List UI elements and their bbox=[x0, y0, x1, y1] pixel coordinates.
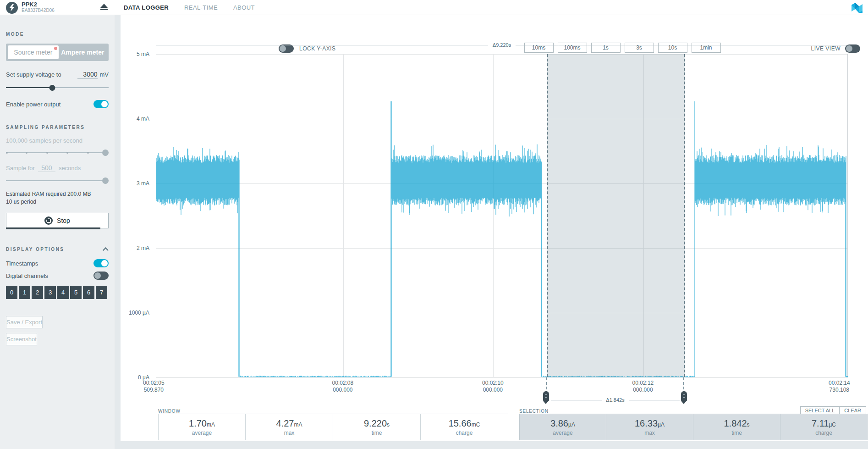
sample-rate-slider bbox=[6, 150, 109, 156]
chart-plot-area[interactable] bbox=[156, 54, 848, 377]
sidebar: MODE Source meter Ampere meter Set suppl… bbox=[0, 15, 115, 449]
enable-power-toggle[interactable] bbox=[93, 100, 109, 108]
display-options-title: DISPLAY OPTIONS bbox=[6, 247, 65, 252]
sample-duration-slider bbox=[6, 177, 109, 184]
digital-channels-label: Digital channels bbox=[6, 272, 48, 279]
supply-voltage-label: Set supply voltage to bbox=[6, 71, 61, 78]
channel-0-button[interactable]: 0 bbox=[6, 286, 17, 299]
chevron-up-icon[interactable] bbox=[103, 247, 109, 253]
selection-stats: 3.86µA average 16.33µA max 1.842s time 7… bbox=[519, 414, 868, 440]
digital-channel-buttons: 0 1 2 3 4 5 6 7 bbox=[6, 286, 109, 299]
current-waveform bbox=[156, 54, 848, 377]
selection-right-handle[interactable] bbox=[681, 391, 687, 404]
save-export-button[interactable]: Save / Export bbox=[6, 316, 43, 328]
select-all-button[interactable]: SELECT ALL bbox=[800, 406, 840, 414]
x-axis-tick-label: 00:02:12000.000 bbox=[632, 380, 654, 394]
screenshot-button[interactable]: Screenshot bbox=[6, 333, 37, 345]
source-meter-warning-dot bbox=[54, 47, 57, 50]
lightning-bolt-icon bbox=[6, 2, 18, 14]
selection-charge-cell: 7.11µC charge bbox=[780, 414, 868, 440]
sample-period-text: 10 us period bbox=[6, 199, 109, 205]
x-axis-tick-label: 00:02:05509.870 bbox=[143, 380, 165, 394]
meter-mode-segmented-control: Source meter Ampere meter bbox=[6, 44, 109, 61]
enable-power-label: Enable power output bbox=[6, 101, 60, 108]
supply-voltage-input[interactable]: 3000 bbox=[77, 71, 98, 79]
app-header: PPK2 EA8337B42D06 DATA LOGGER REAL-TIME … bbox=[0, 0, 868, 15]
y-axis-tick-label: 5 mA bbox=[137, 51, 149, 57]
clear-selection-button[interactable]: CLEAR bbox=[840, 406, 866, 414]
supply-voltage-slider[interactable] bbox=[6, 84, 109, 91]
sample-rate-label: 100,000 samples per second bbox=[6, 137, 109, 144]
selection-delta-label: Δ1.842s bbox=[602, 397, 628, 403]
window-max-cell: 4.27mA max bbox=[246, 414, 333, 440]
nordic-semiconductor-logo bbox=[850, 0, 864, 17]
channel-1-button[interactable]: 1 bbox=[19, 286, 30, 299]
window-time-cell: 9.220s time bbox=[333, 414, 421, 440]
timestamps-toggle[interactable] bbox=[93, 259, 109, 267]
channel-6-button[interactable]: 6 bbox=[83, 286, 94, 299]
digital-channels-toggle[interactable] bbox=[93, 272, 109, 280]
ampere-meter-button[interactable]: Ampere meter bbox=[59, 45, 107, 59]
channel-2-button[interactable]: 2 bbox=[32, 286, 43, 299]
x-axis-tick-label: 00:02:08000.000 bbox=[332, 380, 353, 394]
sampling-progress-bar bbox=[6, 227, 100, 229]
selection-region[interactable] bbox=[547, 54, 685, 377]
y-axis-tick-label: 1000 µA bbox=[129, 310, 149, 316]
window-stats: 1.70mA average 4.27mA max 9.220s time 15… bbox=[158, 414, 508, 440]
sample-seconds-input: 500 bbox=[38, 164, 55, 172]
x-axis-tick-label: 00:02:14730.108 bbox=[829, 380, 850, 394]
selection-stats-title: SELECTION bbox=[519, 409, 549, 414]
timestamps-label: Timestamps bbox=[6, 260, 38, 267]
ram-estimate-text: Estimated RAM required 200.0 MB bbox=[6, 191, 109, 197]
selection-delta-annotation: Δ1.842s bbox=[551, 397, 680, 403]
y-axis-tick-label: 4 mA bbox=[137, 116, 149, 122]
selection-left-handle[interactable] bbox=[543, 391, 549, 404]
bottom-strip bbox=[115, 441, 868, 449]
y-axis-tick-label: 3 mA bbox=[137, 180, 149, 187]
sampling-section-title: SAMPLING PARAMETERS bbox=[6, 125, 109, 130]
selection-average-cell: 3.86µA average bbox=[519, 414, 606, 440]
window-delta-label: Δ9.220s bbox=[488, 42, 516, 48]
mode-section-title: MODE bbox=[6, 32, 109, 37]
app-window: LOCK Y-AXIS 10ms 100ms 1s 3s 10s 1min LI… bbox=[0, 0, 868, 449]
stop-button[interactable]: Stop bbox=[6, 213, 109, 228]
y-axis-tick-label: 2 mA bbox=[137, 245, 149, 251]
window-stats-title: WINDOW bbox=[158, 409, 181, 414]
tab-real-time[interactable]: REAL-TIME bbox=[184, 4, 218, 11]
sample-seconds-unit: seconds bbox=[59, 165, 81, 172]
eject-device-icon[interactable] bbox=[100, 4, 108, 11]
supply-voltage-unit: mV bbox=[100, 71, 109, 78]
device-serial: EA8337B42D06 bbox=[22, 8, 55, 13]
source-meter-button[interactable]: Source meter bbox=[8, 45, 59, 59]
selection-time-cell: 1.842s time bbox=[693, 414, 780, 440]
main-nav: DATA LOGGER REAL-TIME ABOUT bbox=[124, 0, 255, 15]
window-average-cell: 1.70mA average bbox=[158, 414, 246, 440]
window-charge-cell: 15.66mC charge bbox=[421, 414, 508, 440]
stop-icon bbox=[44, 216, 53, 225]
channel-3-button[interactable]: 3 bbox=[44, 286, 56, 299]
x-axis-tick-label: 00:02:10000.000 bbox=[482, 380, 504, 394]
device-name: PPK2 bbox=[22, 1, 37, 8]
channel-4-button[interactable]: 4 bbox=[57, 286, 69, 299]
selection-max-cell: 16.33µA max bbox=[606, 414, 693, 440]
channel-7-button[interactable]: 7 bbox=[96, 286, 107, 299]
window-delta-annotation: Δ9.220s bbox=[156, 42, 848, 48]
sample-for-label: Sample for bbox=[6, 165, 35, 172]
tab-about[interactable]: ABOUT bbox=[233, 4, 255, 11]
tab-data-logger[interactable]: DATA LOGGER bbox=[124, 4, 169, 11]
channel-5-button[interactable]: 5 bbox=[70, 286, 82, 299]
